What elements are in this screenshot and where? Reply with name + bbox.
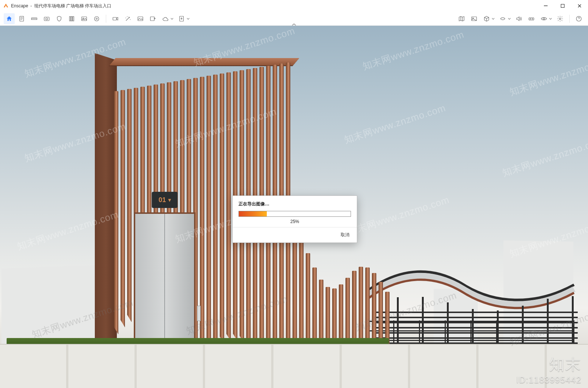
svg-point-7 [46,18,47,19]
progress-fill [239,211,267,216]
svg-rect-3 [561,4,564,8]
title-bar-left: Enscape - 现代停车场电梯 广场电梯 停车场出入口 [0,3,111,9]
shield-icon[interactable] [54,13,65,24]
app-icon [3,3,9,9]
tower-side-face [95,53,117,362]
ruler-icon[interactable] [29,13,40,24]
toolbar-separator [569,15,570,23]
background-building [1,265,104,346]
svg-point-13 [94,17,99,21]
settings-icon[interactable] [555,13,566,24]
svg-point-22 [530,18,531,19]
window-minimize-button[interactable] [537,0,554,12]
toolbar-left [4,13,191,24]
magic-wand-icon[interactable] [122,13,133,24]
image-add-icon[interactable] [147,13,158,24]
export-dialog: 正在导出图像… 25% 取消 [232,195,357,243]
cube-dropdown[interactable] [481,13,496,24]
toolbar-right [456,13,584,24]
window-controls [537,0,588,12]
export-dialog-title: 正在导出图像… [239,201,351,207]
window-close-button[interactable] [571,0,588,12]
svg-rect-10 [73,17,74,21]
image-library-icon[interactable] [79,13,90,24]
vr-icon[interactable] [526,13,537,24]
page-icon[interactable] [16,13,27,24]
svg-rect-16 [138,17,143,21]
svg-point-23 [532,18,533,19]
toolbar-separator [106,15,106,23]
svg-point-25 [559,18,561,19]
svg-rect-6 [44,17,49,21]
chevron-down-icon [549,17,552,20]
chevron-down-icon [508,17,511,20]
labels-dropdown[interactable] [497,13,512,24]
toolbar [0,12,588,26]
elevator-call-panel [197,306,201,321]
elevator-floor: 01 [158,196,166,204]
svg-point-20 [473,18,473,18]
sound-icon[interactable] [513,13,524,24]
progress-percent: 25% [239,219,351,224]
paving [0,344,588,388]
cloud-dropdown[interactable] [160,13,175,24]
svg-point-14 [96,18,97,19]
title-bar: Enscape - 现代停车场电梯 广场电梯 停车场出入口 [0,0,588,12]
progress-bar [239,211,351,217]
chevron-down-icon [187,17,190,20]
chevron-down-icon [492,17,495,20]
elevator-direction-icon: ▾ [168,197,171,203]
svg-rect-4 [20,16,24,21]
svg-rect-5 [32,18,37,19]
library-icon[interactable] [66,13,77,24]
visibility-dropdown[interactable] [538,13,553,24]
video-record-icon[interactable] [110,13,121,24]
cancel-button[interactable]: 取消 [338,231,352,239]
chevron-down-icon [171,17,173,20]
window-maximize-button[interactable] [554,0,571,12]
render-viewport[interactable]: 01 ▾ 知末网www.znzmo.com知末网www.znzmo.com知末网… [0,26,588,388]
svg-rect-2 [544,6,548,6]
gallery-icon[interactable] [469,13,480,24]
svg-rect-21 [529,18,534,20]
svg-point-24 [543,18,545,19]
svg-rect-8 [69,17,71,21]
help-icon[interactable] [573,13,584,24]
app-name: Enscape [11,3,28,8]
svg-rect-17 [150,17,154,21]
media-icon[interactable] [91,13,102,24]
svg-rect-9 [71,17,72,21]
title-separator: - [31,3,32,8]
elevator-indicator: 01 ▾ [152,192,178,208]
svg-rect-15 [113,17,116,20]
image-icon[interactable] [135,13,146,24]
home-button[interactable] [4,13,15,24]
document-title: 现代停车场电梯 广场电梯 停车场出入口 [34,3,112,9]
export-dropdown[interactable] [176,13,191,24]
map-icon[interactable] [456,13,467,24]
screenshot-icon[interactable] [41,13,52,24]
